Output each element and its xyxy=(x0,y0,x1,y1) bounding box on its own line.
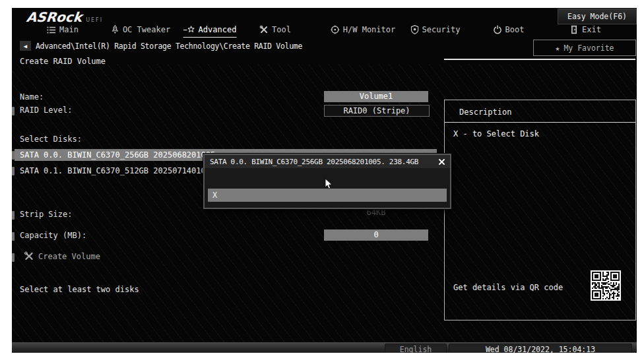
my-favorite-button[interactable]: ★ My Favorite xyxy=(533,40,636,56)
raid-level-label: RAID Level: xyxy=(20,106,72,115)
easy-mode-label: Easy Mode(F6) xyxy=(567,12,627,21)
nav-tab-exit[interactable]: Exit xyxy=(571,24,601,36)
popup-title: SATA 0.0. BIWIN_C6370_256GB 202506820100… xyxy=(210,158,418,166)
shield-icon xyxy=(411,25,419,34)
breadcrumb: Advanced\Intel(R) Rapid Storage Technolo… xyxy=(36,42,302,51)
select-disks-label: Select Disks: xyxy=(20,135,82,144)
qr-caption: Get details via QR code xyxy=(453,283,563,292)
status-bar: English Wed 08/31/2022, 15:04:13 xyxy=(12,342,637,353)
power-icon xyxy=(494,25,502,34)
gauge-icon xyxy=(331,25,340,34)
capacity-label: Capacity (MB): xyxy=(20,231,86,240)
close-icon xyxy=(439,159,445,165)
item-marker xyxy=(12,232,15,241)
list-icon xyxy=(47,26,56,34)
popup-option-blank[interactable] xyxy=(208,171,447,185)
create-volume-label: Create Volume xyxy=(38,252,100,261)
nav-tab-advanced[interactable]: Advanced xyxy=(183,24,237,38)
nav-label: Boot xyxy=(505,25,525,34)
bios-screen: ASRock UEFI Easy Mode(F6) Main OC Tweake… xyxy=(12,8,637,353)
language-button[interactable]: English xyxy=(385,344,447,353)
nav-label: H/W Monitor xyxy=(343,25,395,34)
nav-label: OC Tweaker xyxy=(123,25,170,34)
description-panel: Description X - to Select Disk Get detai… xyxy=(444,100,636,320)
shooting-star-icon xyxy=(183,26,195,34)
qr-code xyxy=(591,270,621,301)
star-icon: ★ xyxy=(555,44,560,53)
popup-close-button[interactable] xyxy=(435,156,447,167)
popup-title-bar: SATA 0.0. BIWIN_C6370_256GB 202506820100… xyxy=(205,155,450,168)
create-volume-button[interactable]: Create Volume xyxy=(24,251,100,261)
strip-size-label: Strip Size: xyxy=(20,210,72,219)
nav-label: Tool xyxy=(272,25,291,34)
capacity-value-field[interactable]: 0 xyxy=(324,229,428,241)
exit-door-icon xyxy=(571,25,579,34)
rocket-icon xyxy=(111,25,119,34)
nav-label: Advanced xyxy=(199,25,237,34)
nav-label: Exit xyxy=(582,25,601,34)
item-marker xyxy=(12,107,15,115)
popup-option-x[interactable]: X xyxy=(208,189,447,202)
header-divider xyxy=(444,59,635,60)
description-divider xyxy=(445,122,635,123)
asrock-logo: ASRock xyxy=(26,9,83,25)
nav-tab-boot[interactable]: Boot xyxy=(494,24,525,36)
back-arrow-icon: ◀ xyxy=(24,43,27,49)
crossed-tools-icon xyxy=(24,251,34,261)
page-title: Create RAID Volume xyxy=(20,57,106,66)
name-label: Name: xyxy=(20,92,44,102)
nav-tab-tool[interactable]: Tool xyxy=(259,24,291,36)
item-marker xyxy=(12,211,15,220)
easy-mode-button[interactable]: Easy Mode(F6) xyxy=(558,9,637,24)
uefi-logo-sub: UEFI xyxy=(86,17,103,23)
description-title: Description xyxy=(459,107,511,117)
description-body: X - to Select Disk xyxy=(453,129,539,138)
name-value-field[interactable]: Volume1 xyxy=(324,91,428,102)
my-favorite-label: My Favorite xyxy=(564,44,614,53)
back-button[interactable]: ◀ xyxy=(20,41,31,51)
raid-level-value-field[interactable]: RAID0 (Stripe) xyxy=(324,105,430,117)
nav-label: Main xyxy=(59,25,79,34)
item-marker xyxy=(12,253,15,262)
disk-select-popup: SATA 0.0. BIWIN_C6370_256GB 202506820100… xyxy=(203,154,451,209)
nav-tab-main[interactable]: Main xyxy=(47,24,79,36)
brand-logo: ASRock UEFI xyxy=(26,9,103,25)
nav-label: Security xyxy=(422,25,461,34)
nav-tab-hw-monitor[interactable]: H/W Monitor xyxy=(331,24,395,36)
nav-tab-security[interactable]: Security xyxy=(411,24,461,36)
datetime-display: Wed 08/31/2022, 15:04:13 xyxy=(449,344,632,353)
strip-size-value[interactable]: 64KB xyxy=(324,208,428,217)
nav-tab-oc-tweaker[interactable]: OC Tweaker xyxy=(111,24,170,36)
hint-text: Select at least two disks xyxy=(20,285,139,294)
crossed-tools-icon xyxy=(259,25,269,34)
